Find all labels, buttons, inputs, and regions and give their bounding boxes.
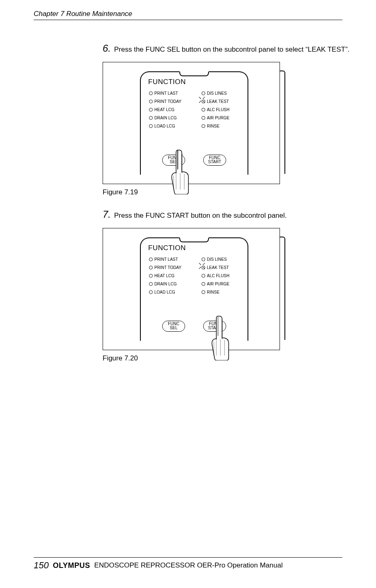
led-label: LEAK TEST <box>207 100 229 104</box>
led-icon <box>202 274 205 278</box>
led-label: LEAK TEST <box>207 266 229 270</box>
led-label: DIS LINES <box>207 91 227 96</box>
led-air-purge: AIR PURGE <box>202 280 229 288</box>
led-label: HEAT LCG <box>154 274 174 278</box>
chapter-header: Chapter 7 Routine Maintenance <box>34 10 342 20</box>
led-rinse: RINSE <box>202 288 229 296</box>
page-footer: 150 OLYMPUS ENDOSCOPE REPROCESSOR OER-Pr… <box>34 557 342 571</box>
step-7: 7. Press the FUNC START button on the su… <box>103 209 353 221</box>
content-area: 6. Press the FUNC SEL button on the subc… <box>103 43 353 375</box>
led-icon <box>202 124 205 128</box>
led-label: AIR PURGE <box>207 116 229 120</box>
panel-side-edge <box>280 71 285 174</box>
panel-notch <box>179 237 209 242</box>
led-label: DRAIN LCG <box>154 116 177 120</box>
led-icon <box>149 108 153 112</box>
led-leak-test: LEAK TEST <box>202 98 229 106</box>
led-print-last: PRINT LAST <box>149 89 181 98</box>
led-label: AIR PURGE <box>207 282 229 286</box>
led-icon <box>202 91 205 95</box>
led-icon <box>202 258 205 261</box>
step-number: 6. <box>103 43 114 54</box>
led-label: PRINT TODAY <box>154 100 181 104</box>
led-icon <box>202 266 205 269</box>
step-text: Press the FUNC SEL button on the subcont… <box>114 45 350 55</box>
panel-notch <box>179 71 209 76</box>
led-icon <box>202 290 205 294</box>
led-label: ALC FLUSH <box>207 274 229 278</box>
led-icon <box>202 282 205 286</box>
led-label: PRINT LAST <box>154 258 178 262</box>
chapter-text: Chapter 7 Routine Maintenance <box>34 10 132 18</box>
btn-line2: SEL <box>163 326 185 330</box>
step-number: 7. <box>103 209 114 220</box>
manual-title: ENDOSCOPE REPROCESSOR OER-Pro Operation … <box>94 561 283 570</box>
led-leak-test: LEAK TEST <box>202 264 229 272</box>
led-print-today: PRINT TODAY <box>149 264 181 272</box>
led-label: PRINT LAST <box>154 91 178 96</box>
led-rinse: RINSE <box>202 122 229 130</box>
led-heat-lcg: HEAT LCG <box>149 106 181 114</box>
led-icon <box>149 266 153 269</box>
led-icon <box>149 258 153 261</box>
led-icon <box>149 116 153 120</box>
page-number: 150 <box>34 560 49 571</box>
subcontrol-panel: FUNCTION PRINT LAST PRINT TODAY HEAT LCG… <box>140 71 248 175</box>
led-drain-lcg: DRAIN LCG <box>149 114 181 122</box>
led-label: LOAD LCG <box>154 124 175 128</box>
led-label: LOAD LCG <box>154 290 175 294</box>
panel-title: FUNCTION <box>148 78 186 86</box>
led-icon <box>202 116 205 120</box>
figure-caption: Figure 7.19 <box>103 188 353 196</box>
led-air-purge: AIR PURGE <box>202 114 229 122</box>
led-icon <box>202 100 205 103</box>
btn-line2: START <box>204 160 226 164</box>
panel-buttons: FUNC SEL FUNC START <box>141 321 248 332</box>
led-heat-lcg: HEAT LCG <box>149 272 181 280</box>
led-drain-lcg: DRAIN LCG <box>149 280 181 288</box>
led-label: RINSE <box>207 290 220 294</box>
step-6: 6. Press the FUNC SEL button on the subc… <box>103 43 353 55</box>
led-icon <box>202 108 205 112</box>
led-load-lcg: LOAD LCG <box>149 288 181 296</box>
led-icon <box>149 124 153 128</box>
led-print-last: PRINT LAST <box>149 255 181 264</box>
func-sel-button[interactable]: FUNC SEL <box>162 321 185 332</box>
led-icon <box>149 100 153 103</box>
page: Chapter 7 Routine Maintenance 6. Press t… <box>0 0 376 588</box>
subcontrol-panel: FUNCTION PRINT LAST PRINT TODAY HEAT LCG… <box>140 237 248 341</box>
panel-title: FUNCTION <box>148 244 186 252</box>
finger-icon <box>210 315 229 360</box>
led-label: PRINT TODAY <box>154 266 181 270</box>
led-label: DRAIN LCG <box>154 282 177 286</box>
led-alc-flush: ALC FLUSH <box>202 272 229 280</box>
panel-side-edge <box>280 237 285 340</box>
led-print-today: PRINT TODAY <box>149 98 181 106</box>
led-label: RINSE <box>207 124 220 128</box>
led-alc-flush: ALC FLUSH <box>202 106 229 114</box>
led-column-left: PRINT LAST PRINT TODAY HEAT LCG DRAIN LC… <box>149 89 181 130</box>
figure-7-19: FUNCTION PRINT LAST PRINT TODAY HEAT LCG… <box>103 62 280 184</box>
func-start-button[interactable]: FUNC START <box>203 155 226 166</box>
brand-logo: OLYMPUS <box>53 561 90 570</box>
figure-7-20: FUNCTION PRINT LAST PRINT TODAY HEAT LCG… <box>103 228 280 350</box>
led-icon <box>149 290 153 294</box>
led-label: DIS LINES <box>207 258 227 262</box>
led-column-right: DIS LINES LEAK TEST ALC FLUSH AIR PURGE … <box>202 255 229 296</box>
led-load-lcg: LOAD LCG <box>149 122 181 130</box>
led-icon <box>149 91 153 95</box>
step-text: Press the FUNC START button on the subco… <box>114 211 287 221</box>
led-dis-lines: DIS LINES <box>202 255 229 264</box>
panel-buttons: FUNC SEL FUNC START <box>141 155 248 166</box>
led-icon <box>149 274 153 278</box>
led-column-right: DIS LINES LEAK TEST ALC FLUSH AIR PURGE … <box>202 89 229 130</box>
led-icon <box>149 282 153 286</box>
led-label: ALC FLUSH <box>207 108 229 112</box>
led-label: HEAT LCG <box>154 108 174 112</box>
led-dis-lines: DIS LINES <box>202 89 229 98</box>
finger-icon <box>170 148 189 194</box>
led-column-left: PRINT LAST PRINT TODAY HEAT LCG DRAIN LC… <box>149 255 181 296</box>
